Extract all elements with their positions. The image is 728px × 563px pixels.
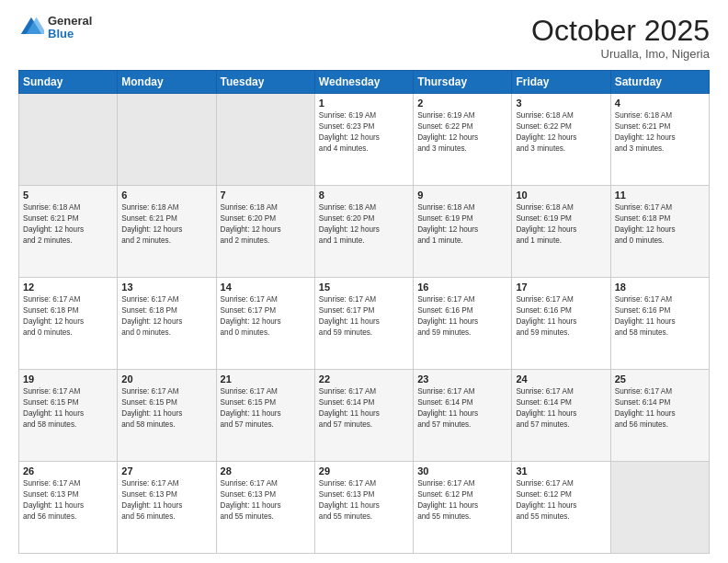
day-number: 6 <box>121 190 211 201</box>
calendar-cell: 10Sunrise: 6:18 AM Sunset: 6:19 PM Dayli… <box>512 186 610 278</box>
day-info: Sunrise: 6:18 AM Sunset: 6:19 PM Dayligh… <box>516 202 606 247</box>
calendar-cell: 1Sunrise: 6:19 AM Sunset: 6:23 PM Daylig… <box>314 94 413 186</box>
day-info: Sunrise: 6:17 AM Sunset: 6:18 PM Dayligh… <box>121 294 211 339</box>
calendar-week-row: 1Sunrise: 6:19 AM Sunset: 6:23 PM Daylig… <box>19 94 710 186</box>
day-info: Sunrise: 6:17 AM Sunset: 6:14 PM Dayligh… <box>417 386 507 431</box>
calendar-cell <box>19 94 118 186</box>
calendar-cell: 9Sunrise: 6:18 AM Sunset: 6:19 PM Daylig… <box>414 186 512 278</box>
day-info: Sunrise: 6:17 AM Sunset: 6:15 PM Dayligh… <box>121 386 211 431</box>
calendar-week-row: 5Sunrise: 6:18 AM Sunset: 6:21 PM Daylig… <box>19 186 710 278</box>
calendar-week-row: 12Sunrise: 6:17 AM Sunset: 6:18 PM Dayli… <box>19 278 710 370</box>
day-info: Sunrise: 6:17 AM Sunset: 6:14 PM Dayligh… <box>319 386 409 431</box>
day-number: 2 <box>417 98 507 109</box>
weekday-header-friday: Friday <box>512 71 610 94</box>
page: General Blue October 2025 Urualla, Imo, … <box>0 0 728 563</box>
calendar-cell: 26Sunrise: 6:17 AM Sunset: 6:13 PM Dayli… <box>19 462 118 554</box>
calendar-cell <box>610 462 709 554</box>
day-info: Sunrise: 6:17 AM Sunset: 6:17 PM Dayligh… <box>319 294 409 339</box>
calendar-cell: 11Sunrise: 6:17 AM Sunset: 6:18 PM Dayli… <box>610 186 709 278</box>
weekday-header-monday: Monday <box>118 71 216 94</box>
day-number: 16 <box>417 282 507 293</box>
day-info: Sunrise: 6:18 AM Sunset: 6:19 PM Dayligh… <box>417 202 507 247</box>
calendar-cell: 2Sunrise: 6:19 AM Sunset: 6:22 PM Daylig… <box>414 94 512 186</box>
day-info: Sunrise: 6:17 AM Sunset: 6:15 PM Dayligh… <box>23 386 113 431</box>
day-number: 11 <box>615 190 705 201</box>
day-number: 23 <box>417 373 507 385</box>
day-number: 13 <box>121 282 211 293</box>
day-number: 20 <box>121 373 211 385</box>
calendar-cell: 16Sunrise: 6:17 AM Sunset: 6:16 PM Dayli… <box>414 278 512 370</box>
day-number: 19 <box>23 373 113 385</box>
day-info: Sunrise: 6:18 AM Sunset: 6:22 PM Dayligh… <box>516 110 606 155</box>
day-number: 9 <box>417 190 507 201</box>
calendar-week-row: 26Sunrise: 6:17 AM Sunset: 6:13 PM Dayli… <box>19 462 710 554</box>
day-number: 28 <box>221 465 311 477</box>
day-number: 14 <box>221 282 311 293</box>
day-number: 10 <box>516 190 606 201</box>
calendar-cell: 30Sunrise: 6:17 AM Sunset: 6:12 PM Dayli… <box>414 462 512 554</box>
day-info: Sunrise: 6:17 AM Sunset: 6:18 PM Dayligh… <box>615 202 705 247</box>
day-info: Sunrise: 6:19 AM Sunset: 6:22 PM Dayligh… <box>417 110 507 155</box>
title-section: October 2025 Urualla, Imo, Nigeria <box>531 15 710 61</box>
day-info: Sunrise: 6:18 AM Sunset: 6:20 PM Dayligh… <box>319 202 409 247</box>
logo-line2: Blue <box>48 28 92 40</box>
day-number: 26 <box>23 465 113 477</box>
day-info: Sunrise: 6:17 AM Sunset: 6:14 PM Dayligh… <box>516 386 606 431</box>
calendar-cell: 13Sunrise: 6:17 AM Sunset: 6:18 PM Dayli… <box>118 278 216 370</box>
day-info: Sunrise: 6:18 AM Sunset: 6:20 PM Dayligh… <box>221 202 311 247</box>
weekday-header-thursday: Thursday <box>414 71 512 94</box>
calendar-cell: 6Sunrise: 6:18 AM Sunset: 6:21 PM Daylig… <box>118 186 216 278</box>
day-number: 30 <box>417 465 507 477</box>
day-info: Sunrise: 6:18 AM Sunset: 6:21 PM Dayligh… <box>121 202 211 247</box>
calendar-cell: 25Sunrise: 6:17 AM Sunset: 6:14 PM Dayli… <box>610 370 709 462</box>
calendar-cell: 12Sunrise: 6:17 AM Sunset: 6:18 PM Dayli… <box>19 278 118 370</box>
calendar-cell: 8Sunrise: 6:18 AM Sunset: 6:20 PM Daylig… <box>314 186 413 278</box>
weekday-header-sunday: Sunday <box>19 71 118 94</box>
day-info: Sunrise: 6:17 AM Sunset: 6:12 PM Dayligh… <box>417 478 507 523</box>
calendar-cell <box>118 94 216 186</box>
logo: General Blue <box>18 15 92 41</box>
calendar-cell: 21Sunrise: 6:17 AM Sunset: 6:15 PM Dayli… <box>216 370 314 462</box>
calendar-cell <box>216 94 314 186</box>
calendar-cell: 4Sunrise: 6:18 AM Sunset: 6:21 PM Daylig… <box>610 94 709 186</box>
logo-line1: General <box>48 15 92 28</box>
day-number: 12 <box>23 282 113 293</box>
day-info: Sunrise: 6:17 AM Sunset: 6:12 PM Dayligh… <box>516 478 606 523</box>
calendar-cell: 17Sunrise: 6:17 AM Sunset: 6:16 PM Dayli… <box>512 278 610 370</box>
day-info: Sunrise: 6:17 AM Sunset: 6:13 PM Dayligh… <box>23 478 113 523</box>
day-info: Sunrise: 6:17 AM Sunset: 6:16 PM Dayligh… <box>417 294 507 339</box>
day-number: 29 <box>319 465 409 477</box>
day-info: Sunrise: 6:17 AM Sunset: 6:13 PM Dayligh… <box>221 478 311 523</box>
calendar-subtitle: Urualla, Imo, Nigeria <box>531 47 710 61</box>
calendar-title: October 2025 <box>531 15 710 47</box>
day-info: Sunrise: 6:17 AM Sunset: 6:13 PM Dayligh… <box>319 478 409 523</box>
day-info: Sunrise: 6:17 AM Sunset: 6:17 PM Dayligh… <box>221 294 311 339</box>
day-number: 3 <box>516 98 606 109</box>
weekday-header-saturday: Saturday <box>610 71 709 94</box>
calendar-cell: 18Sunrise: 6:17 AM Sunset: 6:16 PM Dayli… <box>610 278 709 370</box>
day-number: 24 <box>516 373 606 385</box>
calendar-cell: 22Sunrise: 6:17 AM Sunset: 6:14 PM Dayli… <box>314 370 413 462</box>
day-number: 15 <box>319 282 409 293</box>
weekday-header-row: SundayMondayTuesdayWednesdayThursdayFrid… <box>19 71 710 94</box>
logo-text: General Blue <box>48 15 92 41</box>
calendar-cell: 20Sunrise: 6:17 AM Sunset: 6:15 PM Dayli… <box>118 370 216 462</box>
day-info: Sunrise: 6:18 AM Sunset: 6:21 PM Dayligh… <box>615 110 705 155</box>
day-number: 25 <box>615 373 705 385</box>
calendar-cell: 28Sunrise: 6:17 AM Sunset: 6:13 PM Dayli… <box>216 462 314 554</box>
day-info: Sunrise: 6:17 AM Sunset: 6:13 PM Dayligh… <box>121 478 211 523</box>
calendar-cell: 31Sunrise: 6:17 AM Sunset: 6:12 PM Dayli… <box>512 462 610 554</box>
day-info: Sunrise: 6:17 AM Sunset: 6:18 PM Dayligh… <box>23 294 113 339</box>
calendar-cell: 7Sunrise: 6:18 AM Sunset: 6:20 PM Daylig… <box>216 186 314 278</box>
day-info: Sunrise: 6:17 AM Sunset: 6:16 PM Dayligh… <box>516 294 606 339</box>
day-info: Sunrise: 6:19 AM Sunset: 6:23 PM Dayligh… <box>319 110 409 155</box>
day-info: Sunrise: 6:18 AM Sunset: 6:21 PM Dayligh… <box>23 202 113 247</box>
weekday-header-wednesday: Wednesday <box>314 71 413 94</box>
day-number: 21 <box>221 373 311 385</box>
calendar-cell: 27Sunrise: 6:17 AM Sunset: 6:13 PM Dayli… <box>118 462 216 554</box>
day-number: 7 <box>221 190 311 201</box>
day-number: 5 <box>23 190 113 201</box>
calendar-table: SundayMondayTuesdayWednesdayThursdayFrid… <box>18 70 710 554</box>
calendar-cell: 23Sunrise: 6:17 AM Sunset: 6:14 PM Dayli… <box>414 370 512 462</box>
calendar-cell: 3Sunrise: 6:18 AM Sunset: 6:22 PM Daylig… <box>512 94 610 186</box>
